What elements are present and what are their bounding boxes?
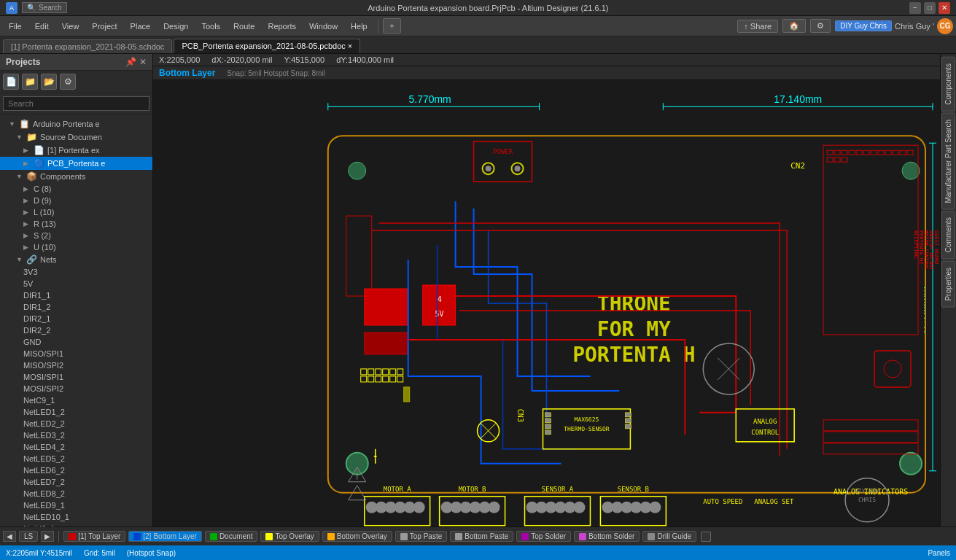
project-settings-button[interactable]: ⚙ xyxy=(60,74,76,90)
menu-project[interactable]: Project xyxy=(86,20,123,32)
layer-drill-guide[interactable]: Drill Guide xyxy=(642,531,696,542)
ls-label: LS xyxy=(24,532,33,540)
tree-item-dir1-2[interactable]: DIR1_2 xyxy=(0,301,152,313)
tree-item-miso-spi2[interactable]: MISO/SPI2 xyxy=(0,359,152,371)
minimize-button[interactable]: − xyxy=(909,2,921,14)
menu-route[interactable]: Route xyxy=(228,20,260,32)
analog-control-label: ANALOG xyxy=(753,418,777,425)
tree-item-netled5-2[interactable]: NetLED5_2 xyxy=(0,453,152,464)
panel-close-button[interactable]: ✕ xyxy=(139,57,147,67)
tree-item-portenta-ex[interactable]: ▶ 📄 [1] Portenta ex xyxy=(0,144,152,157)
pcb-view[interactable]: 5.770mm 17.140mm 12.730mm xyxy=(153,80,940,526)
tree-item-mosi-spi1[interactable]: MOSI/SPI1 xyxy=(0,371,152,383)
tree-item-nets[interactable]: ▼ 🔗 Nets xyxy=(0,253,152,266)
close-button[interactable]: ✕ xyxy=(938,2,950,14)
tree-item-d9[interactable]: ▶ D (9) xyxy=(0,195,152,206)
layer-bottom-paste[interactable]: Bottom Paste xyxy=(450,531,513,542)
tree-item-netled6-2[interactable]: NetLED6_2 xyxy=(0,464,152,476)
tree-item-netled10-1[interactable]: NetLED10_1 xyxy=(0,511,152,523)
tab-schematic[interactable]: [1] Portenta expansion_2021-08-05.schdoc xyxy=(3,39,172,53)
tree-label: MISO/SPI2 xyxy=(23,361,63,370)
nav-next-button[interactable]: ▶ xyxy=(41,531,54,542)
tree-item-netled7-2[interactable]: NetLED7_2 xyxy=(0,476,152,488)
close-project-button[interactable]: 📂 xyxy=(41,74,57,90)
tree-arrow: ▶ xyxy=(23,147,31,154)
tree-label: Source Documen xyxy=(40,133,102,141)
tree-item-netled4-2[interactable]: NetLED4_2 xyxy=(0,441,152,453)
home-button[interactable]: 🏠 xyxy=(782,19,806,33)
sensor-b-label: SENSOR_B xyxy=(618,486,649,493)
menu-help[interactable]: Help xyxy=(345,20,373,32)
tree-item-netled1-2[interactable]: NetLED1_2 xyxy=(0,406,152,418)
tree-item-c8[interactable]: ▶ C (8) xyxy=(0,183,152,195)
menu-window[interactable]: Window xyxy=(303,20,343,32)
settings-button[interactable]: ⚙ xyxy=(810,19,831,33)
tree-item-netled9-1[interactable]: NetLED9_1 xyxy=(0,499,152,511)
menu-place[interactable]: Place xyxy=(125,20,157,32)
tab-components[interactable]: Components xyxy=(941,57,955,112)
share-button[interactable]: ↑ Share xyxy=(737,20,778,33)
layer-top-paste[interactable]: Top Paste xyxy=(395,531,447,542)
tree-item-netled3-2[interactable]: NetLED3_2 xyxy=(0,429,152,441)
layer-bottom-solder[interactable]: Bottom Solder xyxy=(574,531,640,542)
nav-prev-button[interactable]: ◀ xyxy=(3,531,16,542)
pcb-canvas[interactable]: 5.770mm 17.140mm 12.730mm xyxy=(153,80,940,526)
sensor-a-label: SENSOR_A xyxy=(542,486,574,493)
thermo-label: THERMO-SENSOR xyxy=(564,426,610,432)
layer-top-solder[interactable]: Top Solder xyxy=(516,531,571,542)
tree-item-netc9-1[interactable]: NetC9_1 xyxy=(0,394,152,406)
menu-reports[interactable]: Reports xyxy=(262,20,302,32)
open-folder-button[interactable]: 📁 xyxy=(22,74,38,90)
tree-label: 5V xyxy=(23,279,33,288)
layer-bottom-overlay[interactable]: Bottom Overlay xyxy=(322,531,392,542)
panel-pin-button[interactable]: 📌 xyxy=(125,57,136,67)
tree-item-dir1-1[interactable]: DIR1_1 xyxy=(0,289,152,301)
tab-comments[interactable]: Comments xyxy=(941,211,955,259)
tree-arrow: ▶ xyxy=(23,220,31,228)
tree-label: NetU8_1 xyxy=(23,524,55,526)
svg-rect-49 xyxy=(625,413,631,417)
svg-rect-42 xyxy=(365,289,408,325)
tree-item-source-documen[interactable]: ▼ 📁 Source Documen xyxy=(0,131,152,144)
tree-item-arduino-portenta[interactable]: ▼ 📋 Arduino Portenta e xyxy=(0,117,152,131)
tree-item-5v[interactable]: 5V xyxy=(0,278,152,289)
panels-button[interactable]: Panels xyxy=(928,549,950,557)
tree-item-l10[interactable]: ▶ L (10) xyxy=(0,206,152,218)
share-icon: ↑ xyxy=(744,22,748,31)
tree-item-r13[interactable]: ▶ R (13) xyxy=(0,218,152,230)
tree-item-miso-spi1[interactable]: MISO/SPI1 xyxy=(0,348,152,359)
tree-item-pcb-portenta[interactable]: ▶ 🔵 PCB_Portenta e xyxy=(0,157,152,170)
tree-item-gnd[interactable]: GND xyxy=(0,336,152,348)
tree-item-dir2-1[interactable]: DIR2_1 xyxy=(0,313,152,324)
menu-file[interactable]: File xyxy=(3,20,28,32)
svg-rect-51 xyxy=(625,424,631,429)
tab-manufacturer-search[interactable]: Manufacturer Part Search xyxy=(941,113,955,210)
tree-item-components[interactable]: ▼ 📦 Components xyxy=(0,170,152,183)
tree-item-s2[interactable]: ▶ S (2) xyxy=(0,230,152,241)
menu-design[interactable]: Design xyxy=(158,20,194,32)
layer-top-overlay[interactable]: Top Overlay xyxy=(260,531,319,542)
tree-item-netled2-2[interactable]: NetLED2_2 xyxy=(0,418,152,429)
tab-pcb[interactable]: PCB_Portenta expansion_2021-08-05.pcbdoc… xyxy=(174,39,360,53)
toolbar-add-button[interactable]: ＋ xyxy=(383,18,401,34)
maximize-button[interactable]: □ xyxy=(924,2,936,14)
layer-top[interactable]: [1] Top Layer xyxy=(63,531,125,542)
layer-header: Bottom Layer Snap: 5mil Hotspot Snap: 8m… xyxy=(153,66,940,80)
tree-item-u10[interactable]: ▶ U (10) xyxy=(0,241,152,253)
tree-item-mosi-spi2[interactable]: MOSI/SPI2 xyxy=(0,383,152,394)
tree-item-netled8-2[interactable]: NetLED8_2 xyxy=(0,488,152,499)
tab-properties[interactable]: Properties xyxy=(941,261,955,308)
menu-view[interactable]: View xyxy=(56,20,85,32)
top-overlay-label: Top Overlay xyxy=(275,532,314,540)
tree-item-3v3[interactable]: 3V3 xyxy=(0,266,152,278)
menu-edit[interactable]: Edit xyxy=(29,20,55,32)
tree-item-netu8-1[interactable]: NetU8_1 xyxy=(0,523,152,526)
tree-item-dir2-2[interactable]: DIR2_2 xyxy=(0,324,152,336)
search-input[interactable] xyxy=(3,96,149,111)
new-doc-button[interactable]: 📄 xyxy=(3,74,19,90)
layer-ls[interactable]: LS xyxy=(19,531,38,542)
layer-bottom[interactable]: [2] Bottom Layer xyxy=(128,531,202,542)
svg-point-17 xyxy=(902,162,920,179)
layer-document[interactable]: Document xyxy=(205,531,258,542)
menu-tools[interactable]: Tools xyxy=(195,20,226,32)
